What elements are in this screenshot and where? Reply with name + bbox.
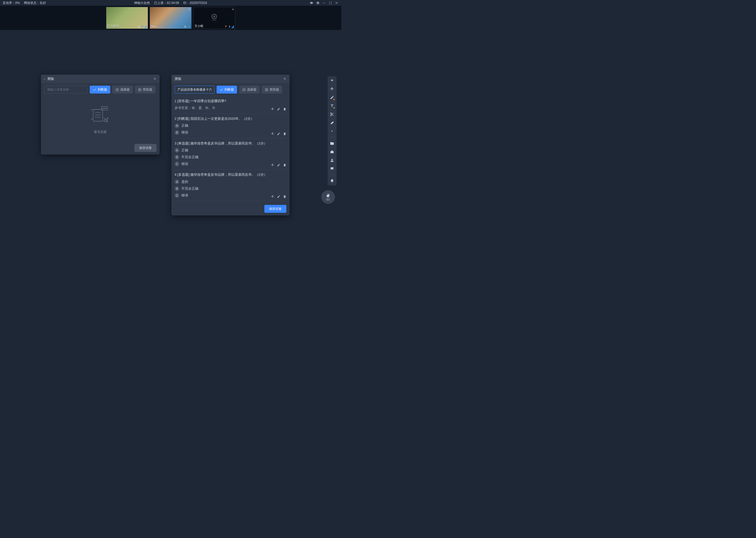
edit-icon[interactable] <box>277 195 280 198</box>
cursor-tool-icon[interactable] <box>330 78 334 83</box>
folder-icon[interactable] <box>330 141 334 146</box>
panel-toolbar: 判断题 选择题 简答题 <box>171 83 290 96</box>
bell-icon[interactable] <box>330 179 334 183</box>
delete-icon[interactable] <box>283 107 286 111</box>
move-tool-icon[interactable] <box>330 87 334 91</box>
delete-icon[interactable] <box>283 163 286 167</box>
option-text: 错译 <box>181 193 188 198</box>
toolbox-icon[interactable] <box>330 149 334 154</box>
video-tile-student-2[interactable]: × 王小明 <box>193 7 235 29</box>
choose-type-button[interactable]: 选择题 <box>239 86 260 93</box>
video-tile-student-1[interactable]: × Nina <box>150 7 192 29</box>
raise-hand-button[interactable]: 0/2 <box>321 190 335 204</box>
question-actions <box>271 195 286 198</box>
panel-close-icon[interactable]: ✕ <box>283 77 286 81</box>
svg-point-2 <box>138 26 139 27</box>
back-icon[interactable]: ‹ <box>44 77 45 81</box>
option-row[interactable]: B 错误 <box>174 130 286 135</box>
scissors-tool-icon[interactable] <box>330 112 334 117</box>
tile-close-icon[interactable]: × <box>188 8 190 11</box>
tile-close-icon[interactable]: × <box>232 8 234 11</box>
option-row[interactable]: C 错译 <box>174 193 286 198</box>
question-answer: 参考答案：春、夏、秋、冬 <box>174 106 286 110</box>
question-actions <box>271 132 286 135</box>
option-letter: A <box>174 124 179 128</box>
edit-icon[interactable] <box>277 107 280 111</box>
tile-status-icons <box>137 25 147 28</box>
edit-icon[interactable] <box>277 132 280 135</box>
move-icon[interactable] <box>271 132 274 135</box>
choose-type-button[interactable]: 选择题 <box>112 86 133 93</box>
move-icon[interactable] <box>271 195 274 198</box>
dot-tool-icon[interactable] <box>330 129 334 134</box>
save-quiz-button[interactable]: 保存试卷 <box>264 205 286 213</box>
quiz-name-input[interactable] <box>44 86 88 93</box>
text-tool-icon[interactable] <box>330 103 334 108</box>
quiz-panel-empty: ‹ 测验 ✕ 判断题 选择题 简答题 暂无试题 保存试卷 <box>41 75 160 154</box>
move-icon[interactable] <box>271 163 274 167</box>
judge-type-button[interactable]: 判断题 <box>216 86 237 93</box>
video-name: 叮当老师 <box>107 24 119 28</box>
svg-point-24 <box>331 159 333 160</box>
question-item: 2 [判断题] 我国宪法上一次更新是在2020年。（2分） A 正确 B 错误 <box>174 114 286 138</box>
close-icon[interactable] <box>335 1 339 5</box>
delete-icon[interactable] <box>283 195 286 198</box>
option-row[interactable]: B 不完全正确 <box>174 186 286 191</box>
question-actions <box>271 163 286 167</box>
settings-icon[interactable] <box>316 1 320 5</box>
save-quiz-button[interactable]: 保存试卷 <box>134 144 157 152</box>
option-row[interactable]: A 是的 <box>174 180 286 184</box>
maximize-icon[interactable] <box>329 1 332 5</box>
short-type-button[interactable]: 简答题 <box>135 86 155 93</box>
course-title: 神秘大自然 <box>134 1 150 5</box>
svg-rect-10 <box>93 109 103 121</box>
quiz-panel-filled: 测验 ✕ 判断题 选择题 简答题 1 [简答题] 一年四季分别是哪四季?参考答案… <box>171 75 290 215</box>
panel-toolbar: 判断题 选择题 简答题 <box>41 83 160 96</box>
option-letter: C <box>174 193 179 198</box>
video-name: 王小明 <box>195 24 203 28</box>
quiz-name-input[interactable] <box>174 86 214 93</box>
option-row[interactable]: A 正确 <box>174 148 286 153</box>
edit-icon[interactable] <box>277 163 280 167</box>
pen-tool-icon[interactable] <box>330 95 334 100</box>
option-letter: C <box>174 162 179 166</box>
panel-title: 测验 <box>174 77 181 81</box>
option-row[interactable]: B 不完全正确 <box>174 155 286 159</box>
judge-type-button[interactable]: 判断题 <box>90 86 110 93</box>
packet-loss: 丢包率：0% <box>3 1 20 5</box>
panel-header: 测验 ✕ <box>171 75 290 83</box>
empty-state: 暂无试题 <box>41 96 160 141</box>
option-row[interactable]: A 正确 <box>174 124 286 128</box>
option-text: 不完全正确 <box>181 155 199 159</box>
person-icon[interactable] <box>330 158 334 163</box>
hand-count: 0/2 <box>326 198 330 201</box>
svg-point-6 <box>213 16 215 18</box>
camera-icon[interactable] <box>310 1 313 5</box>
short-type-button[interactable]: 简答题 <box>262 86 282 93</box>
svg-rect-23 <box>330 151 334 153</box>
svg-rect-0 <box>323 3 325 3</box>
option-row[interactable]: C 错误 <box>174 162 286 166</box>
eraser-tool-icon[interactable] <box>330 120 334 125</box>
video-tile-teacher[interactable]: 叮当老师 <box>106 7 148 29</box>
delete-icon[interactable] <box>283 132 286 135</box>
tile-status-icons <box>224 25 234 28</box>
chat-icon[interactable] <box>330 166 334 171</box>
svg-point-17 <box>106 108 106 108</box>
option-text: 是的 <box>181 180 188 184</box>
panel-close-icon[interactable]: ✕ <box>153 77 157 81</box>
svg-point-15 <box>103 108 104 108</box>
network-status: 网络状态：良好 <box>24 1 46 5</box>
option-text: 不完全正确 <box>181 187 199 191</box>
video-name: Nina <box>151 25 157 28</box>
move-icon[interactable] <box>271 107 274 111</box>
tool-rail <box>328 76 337 186</box>
question-title: 2 [判断题] 我国宪法上一次更新是在2020年。（2分） <box>174 116 286 121</box>
option-letter: B <box>174 155 179 159</box>
hand-icon <box>326 193 330 198</box>
video-strip: 叮当老师 × Nina × 王小明 <box>0 6 341 30</box>
status-bar: 丢包率：0% 网络状态：良好 神秘大自然 已上课：02:34:09 ID：202… <box>0 0 341 6</box>
minimize-icon[interactable] <box>322 1 326 5</box>
question-list[interactable]: 1 [简答题] 一年四季分别是哪四季?参考答案：春、夏、秋、冬 2 [判断题] … <box>171 96 290 202</box>
option-letter: A <box>174 180 179 184</box>
